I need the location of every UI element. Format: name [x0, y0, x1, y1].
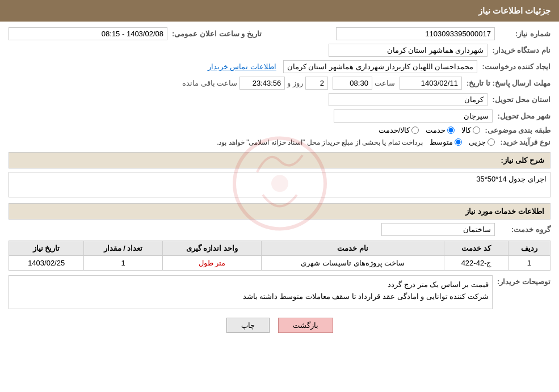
need-description-container: اجرای جدول 14*50*35	[9, 172, 550, 197]
table-header-row: ردیف کد خدمت نام خدمت واحد اندازه گیری ت…	[9, 241, 550, 256]
need-number-row: شماره نیاز: 1103093395000017 تاریخ و ساع…	[9, 27, 550, 40]
col-header-row-num: ردیف	[508, 241, 550, 256]
cell-qty: 1	[84, 256, 162, 271]
city-row: شهر محل تحویل: سیرجان	[9, 109, 550, 123]
purchase-type-note: پرداخت تمام یا بخشی از مبلغ خریداز محل "…	[217, 138, 423, 146]
creator-row: ایجاد کننده درخواست: محمداحسان اللهیان ک…	[9, 60, 550, 73]
page-title: جزئیات اطلاعات نیاز	[478, 6, 550, 15]
cell-code: ج-42-422	[444, 256, 508, 271]
reply-remaining-label: ساعت باقی مانده	[182, 79, 237, 87]
reply-deadline-row: مهلت ارسال پاسخ: تا تاریخ: 1403/02/11 سا…	[9, 77, 550, 90]
purchase-type-partial: جزیی	[469, 138, 495, 146]
city-value: سیرجان	[334, 109, 493, 123]
category-option-goods: کالا	[461, 126, 480, 134]
city-label: شهر محل تحویل:	[497, 112, 550, 120]
buyer-description-line: قیمت بر اساس یک متر درج گردد	[12, 279, 489, 291]
purchase-type-medium: متوسط	[430, 138, 462, 146]
category-radio-group: کالا خدمت کالا/خدمت	[379, 126, 481, 134]
col-header-date: تاریخ نیاز	[9, 241, 84, 256]
buyer-org-row: نام دستگاه خریدار: شهرداری هماشهر استان …	[9, 44, 550, 57]
reply-date-value: 1403/02/11	[400, 77, 462, 90]
buttons-row: بازگشت چاپ	[9, 318, 550, 333]
category-goods-label: کالا	[461, 126, 471, 134]
reply-days-value: 2	[305, 77, 328, 90]
buyer-description-container: قیمت بر اساس یک متر درج گرددشرکت کننده ت…	[9, 275, 493, 309]
buyer-description-label: توصیحات خریدار:	[497, 277, 550, 286]
buyer-org-label: نام دستگاه خریدار:	[492, 46, 550, 54]
cell-name: ساخت پروژه‌های تاسیسات شهری	[262, 256, 444, 271]
back-button[interactable]: بازگشت	[278, 318, 333, 333]
buyer-description-line: شرکت کننده توانایی و امادگی عقد قرارداد …	[12, 291, 489, 303]
purchase-type-radio-group: جزیی متوسط	[430, 138, 495, 146]
col-header-name: نام خدمت	[262, 241, 444, 256]
need-number-label: شماره نیاز:	[499, 29, 550, 38]
reply-days-label: روز و	[287, 79, 303, 87]
need-description-section-title: شرح کلی نیاز:	[9, 152, 550, 168]
category-radio-goods[interactable]	[473, 127, 480, 134]
need-number-value: 1103093395000017	[336, 27, 495, 40]
category-service-label: خدمت	[426, 126, 445, 134]
creator-label: ایجاد کننده درخواست:	[482, 62, 550, 71]
services-table: ردیف کد خدمت نام خدمت واحد اندازه گیری ت…	[9, 241, 550, 271]
category-option-service: خدمت	[426, 126, 455, 134]
need-description-value: اجرای جدول 14*50*35	[9, 172, 550, 197]
purchase-type-label: نوع فرآیند خرید:	[499, 138, 550, 146]
purchase-type-medium-label: متوسط	[430, 138, 453, 146]
buyer-description-row: توصیحات خریدار: قیمت بر اساس یک متر درج …	[9, 275, 550, 309]
category-radio-service[interactable]	[447, 127, 455, 134]
reply-deadline-label: مهلت ارسال پاسخ: تا تاریخ:	[466, 79, 550, 87]
print-button[interactable]: چاپ	[226, 318, 270, 333]
creator-contact-link[interactable]: اطلاعات تماس خریدار	[208, 62, 276, 71]
col-header-unit: واحد اندازه گیری	[162, 241, 261, 256]
announcement-value: 1403/02/08 - 08:15	[9, 27, 167, 40]
service-group-value: ساختمان	[381, 223, 495, 236]
province-label: استان محل تحویل:	[492, 95, 550, 104]
table-row: 1 ج-42-422 ساخت پروژه‌های تاسیسات شهری م…	[9, 256, 550, 271]
purchase-type-radio-partial[interactable]	[487, 138, 495, 146]
category-row: طبقه بندی موضوعی: کالا خدمت کالا/خدمت	[9, 126, 550, 134]
category-label: طبقه بندی موضوعی:	[485, 126, 550, 134]
services-section-title: اطلاعات خدمات مورد نیاز	[9, 203, 550, 220]
category-both-label: کالا/خدمت	[379, 126, 410, 134]
buyer-description-value: قیمت بر اساس یک متر درج گرددشرکت کننده ت…	[9, 275, 493, 309]
category-option-both: کالا/خدمت	[379, 126, 419, 134]
page-header: جزئیات اطلاعات نیاز	[0, 0, 559, 22]
announcement-label: تاریخ و ساعت اعلان عمومی:	[172, 29, 262, 38]
purchase-type-partial-label: جزیی	[469, 138, 486, 146]
creator-value: محمداحسان اللهیان کاربرداز شهرداری هماشه…	[283, 60, 478, 73]
province-row: استان محل تحویل: کرمان	[9, 93, 550, 106]
purchase-type-row: نوع فرآیند خرید: جزیی متوسط پرداخت تمام …	[9, 138, 550, 146]
service-group-label: گروه خدمت:	[499, 225, 550, 234]
cell-unit: متر طول	[162, 256, 261, 271]
reply-time-value: 08:30	[333, 77, 372, 90]
buyer-org-value: شهرداری هماشهر استان کرمان	[329, 44, 487, 57]
service-group-row: گروه خدمت: ساختمان	[9, 223, 550, 236]
reply-time-label: ساعت	[375, 79, 395, 87]
cell-row-num: 1	[508, 256, 550, 271]
purchase-type-radio-medium[interactable]	[455, 138, 462, 146]
cell-date: 1403/02/25	[9, 256, 84, 271]
col-header-code: کد خدمت	[444, 241, 508, 256]
category-radio-both[interactable]	[411, 127, 419, 134]
province-value: کرمان	[329, 93, 487, 106]
reply-remaining-value: 23:43:56	[239, 77, 285, 90]
col-header-qty: تعداد / مقدار	[84, 241, 162, 256]
